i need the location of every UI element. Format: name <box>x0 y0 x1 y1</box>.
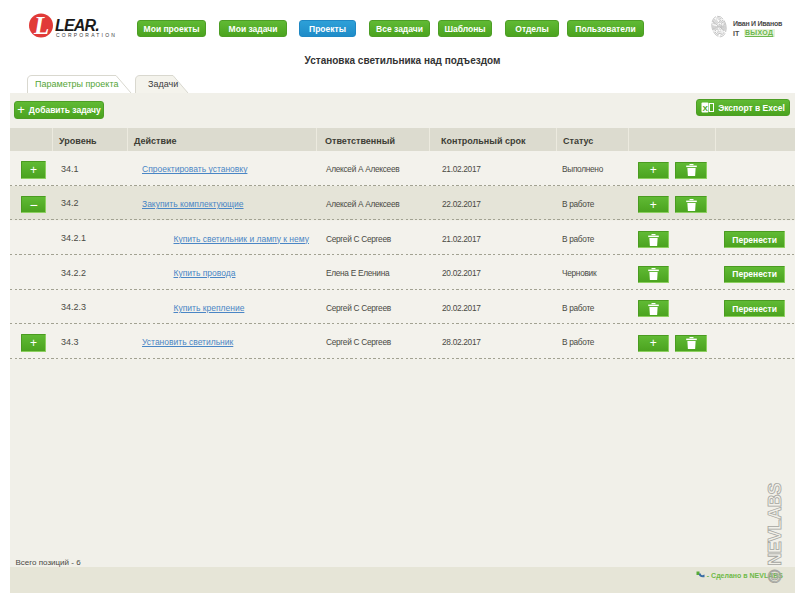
svg-text:X: X <box>703 104 709 113</box>
svg-text:Параметры проекта: Параметры проекта <box>35 79 118 89</box>
svg-text:Задачи: Задачи <box>148 79 178 89</box>
svg-text:L: L <box>33 13 49 39</box>
svg-text:CORPORATION: CORPORATION <box>56 32 117 38</box>
